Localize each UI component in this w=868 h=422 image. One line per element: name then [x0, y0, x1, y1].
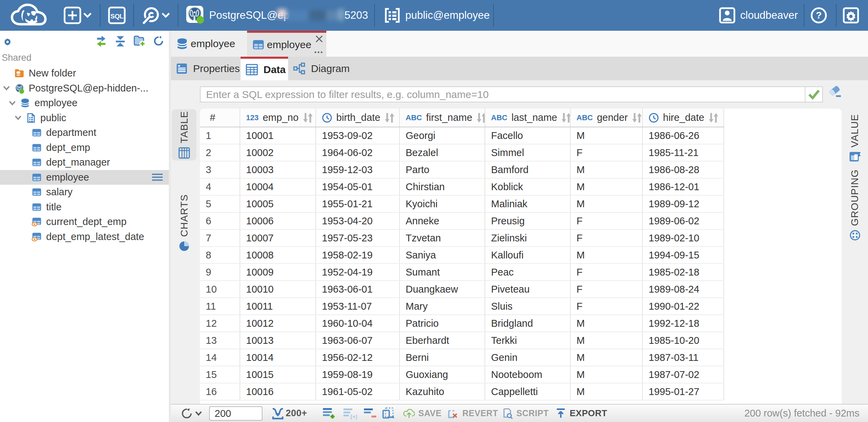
cell-first-name[interactable]: Bezalel [400, 144, 485, 161]
tree-item[interactable]: title [0, 200, 169, 215]
cell-birth-date[interactable]: 1963-06-07 [316, 332, 400, 349]
cell-last-name[interactable]: Maliniak [485, 196, 571, 212]
cell-gender[interactable]: M [571, 179, 643, 195]
tree-expand-chevron-icon[interactable] [14, 115, 26, 120]
add-row-icon[interactable] [322, 405, 336, 422]
sort-arrows-icon[interactable] [384, 112, 395, 123]
tab-grouping-panel[interactable]: GROUPING [842, 169, 868, 241]
refresh-results-icon[interactable] [181, 405, 193, 422]
tree-item[interactable]: dept_emp_latest_date [0, 229, 169, 244]
tree-item[interactable]: dept_emp [0, 140, 169, 155]
cell-emp-no[interactable]: 10013 [240, 332, 316, 349]
cell-last-name[interactable]: Koblick [485, 179, 571, 195]
grid-row[interactable]: 15 10015 1959-08-19 Guoxiang Nooteboom M… [200, 366, 724, 383]
grid-row[interactable]: 9 10009 1952-04-19 Sumant Peac F 1985-02… [200, 264, 724, 281]
add-folder-icon[interactable] [134, 36, 145, 46]
cell-hire-date[interactable]: 1995-01-27 [643, 383, 724, 400]
grid-row[interactable]: 3 10003 1959-12-03 Parto Bamford M 1986-… [200, 161, 724, 179]
cell-gender[interactable]: F [571, 213, 643, 229]
sort-arrows-icon[interactable] [708, 112, 719, 123]
connection-search-icon[interactable] [141, 6, 160, 25]
tree-item[interactable]: public [0, 111, 169, 126]
grid-header-cell[interactable]: # [200, 109, 240, 127]
cell-emp-no[interactable]: 10008 [240, 247, 316, 263]
cell-last-name[interactable]: Facello [485, 127, 571, 144]
revert-icon[interactable] [446, 405, 459, 422]
cell-hire-date[interactable]: 1986-06-26 [643, 127, 724, 144]
cell-gender[interactable]: M [571, 161, 643, 178]
cell-emp-no[interactable]: 10011 [240, 298, 316, 314]
cell-birth-date[interactable]: 1956-02-12 [316, 349, 400, 366]
tree-expand-chevron-icon[interactable] [3, 86, 14, 90]
cell-birth-date[interactable]: 1957-05-23 [316, 230, 400, 246]
cell-last-name[interactable]: Nooteboom [485, 366, 571, 383]
tree-item[interactable]: New folder [0, 66, 169, 81]
cell-first-name[interactable]: Patricio [400, 315, 485, 332]
cell-birth-date[interactable]: 1959-08-19 [316, 366, 400, 383]
fetch-size-input[interactable] [209, 406, 262, 421]
sort-arrows-icon[interactable] [302, 112, 314, 123]
grid-row[interactable]: 8 10008 1958-02-19 Saniya Kalloufi M 199… [200, 247, 724, 264]
cell-first-name[interactable]: Eberhardt [400, 332, 485, 349]
cell-hire-date[interactable]: 1989-09-12 [643, 196, 724, 212]
script-icon[interactable] [501, 405, 513, 422]
grid-row[interactable]: 10 10010 1963-06-01 Duangkaew Piveteau F… [200, 281, 724, 298]
grid-header-cell[interactable]: ABC last_name [485, 109, 571, 127]
cell-first-name[interactable]: Guoxiang [400, 366, 485, 383]
grid-header-cell[interactable]: 123 emp_no [240, 109, 316, 127]
cell-birth-date[interactable]: 1959-12-03 [316, 161, 400, 178]
cell-emp-no[interactable]: 10010 [240, 281, 316, 297]
cell-hire-date[interactable]: 1987-07-02 [643, 366, 724, 383]
tab-value-panel[interactable]: VALUE [842, 114, 868, 162]
cell-gender[interactable]: M [571, 127, 643, 144]
cell-first-name[interactable]: Kazuhito [400, 383, 485, 400]
grid-row[interactable]: 13 10013 1963-06-07 Eberhardt Terkki M 1… [200, 332, 724, 349]
link-editor-icon[interactable] [96, 36, 107, 47]
cell-first-name[interactable]: Chirstian [400, 179, 485, 195]
cell-last-name[interactable]: Terkki [485, 332, 571, 349]
cell-last-name[interactable]: Cappelletti [485, 383, 571, 400]
grid-row[interactable]: 11 10011 1953-11-07 Mary Sluis F 1990-01… [200, 298, 724, 315]
save-icon[interactable] [403, 405, 415, 422]
grid-row[interactable]: 6 10006 1953-04-20 Anneke Preusig F 1989… [200, 213, 724, 230]
cell-gender[interactable]: F [571, 298, 643, 314]
tree-item[interactable]: dept_manager [0, 155, 169, 170]
cell-emp-no[interactable]: 10003 [240, 161, 316, 178]
new-connection-chevron-icon[interactable] [83, 12, 92, 18]
cell-gender[interactable]: F [571, 230, 643, 246]
revert-button[interactable]: REVERT [462, 405, 498, 422]
tree-expand-chevron-icon[interactable] [9, 101, 20, 106]
sort-arrows-icon[interactable] [476, 112, 485, 123]
cell-last-name[interactable]: Sluis [485, 298, 571, 314]
cell-last-name[interactable]: Preusig [485, 213, 571, 229]
cell-gender[interactable]: M [571, 383, 643, 400]
schema-selector-icon[interactable] [384, 8, 401, 23]
tab-employee-table[interactable]: employee [247, 31, 326, 57]
cell-gender[interactable]: F [571, 264, 643, 280]
duplicate-selection-icon[interactable] [382, 405, 395, 422]
tab-table-presentation[interactable]: TABLE [172, 109, 196, 160]
cell-first-name[interactable]: Mary [400, 298, 485, 314]
cell-last-name[interactable]: Kalloufi [485, 247, 571, 263]
sort-arrows-icon[interactable] [631, 112, 643, 123]
tab-charts-presentation[interactable]: CHARTS [172, 194, 196, 252]
grid-row[interactable]: 4 10004 1954-05-01 Chirstian Koblick M 1… [200, 179, 724, 196]
user-icon[interactable] [719, 7, 735, 24]
tab-menu-dots-icon[interactable] [314, 51, 323, 54]
cloudbeaver-logo-icon[interactable] [10, 2, 47, 28]
cell-birth-date[interactable]: 1953-11-07 [316, 298, 400, 314]
save-button[interactable]: SAVE [418, 405, 442, 422]
fetch-more-icon[interactable] [271, 405, 284, 422]
connection-name-suffix[interactable]: 5203 [344, 0, 368, 31]
cell-emp-no[interactable]: 10015 [240, 366, 316, 383]
cell-first-name[interactable]: Parto [400, 161, 485, 178]
cell-first-name[interactable]: Anneke [400, 213, 485, 229]
grid-row[interactable]: 7 10007 1957-05-23 Tzvetan Zielinski F 1… [200, 230, 724, 247]
export-icon[interactable] [556, 405, 566, 422]
cell-gender[interactable]: F [571, 281, 643, 297]
tree-item[interactable]: department [0, 125, 169, 140]
cell-hire-date[interactable]: 1985-11-21 [643, 144, 724, 161]
cell-gender[interactable]: M [571, 315, 643, 332]
refresh-menu-chevron-icon[interactable] [195, 405, 202, 422]
cell-first-name[interactable]: Duangkaew [400, 281, 485, 297]
